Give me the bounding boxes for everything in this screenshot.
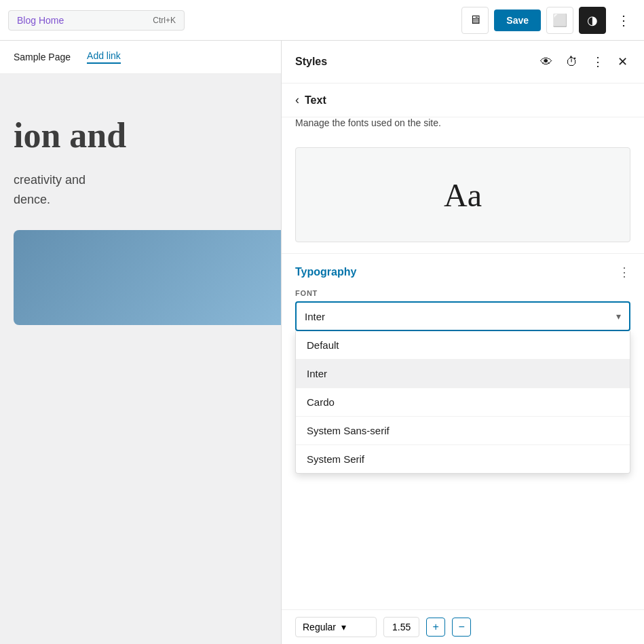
- theme-toggle-button[interactable]: ◑: [579, 7, 606, 34]
- selected-font-label: Inter: [305, 311, 325, 322]
- toolbar-right: 🖥 Save ⬜ ◑ ⋮: [461, 7, 636, 34]
- font-preview-area: Aa: [295, 147, 630, 242]
- canvas-content: ion and creativity and dence.: [0, 74, 281, 339]
- weight-chevron-icon: ▾: [341, 622, 346, 632]
- split-icon: ⬜: [552, 13, 567, 28]
- search-bar[interactable]: Blog Home Ctrl+K: [8, 10, 185, 31]
- theme-icon: ◑: [587, 13, 598, 28]
- section-header: Typography ⋮: [295, 265, 630, 280]
- typography-section: Typography ⋮ FONT Inter ▾ Default Inter …: [282, 253, 644, 331]
- eye-icon: 👁: [540, 55, 552, 69]
- sidebar-title: Styles: [295, 56, 327, 68]
- toolbar-left: Blog Home Ctrl+K: [8, 10, 185, 31]
- canvas-heading: ion and: [14, 115, 267, 157]
- history-button[interactable]: ⏱: [563, 52, 581, 72]
- close-icon: ✕: [618, 55, 628, 69]
- typography-more-button[interactable]: ⋮: [618, 265, 630, 280]
- sidebar-header: Styles 👁 ⏱ ⋮ ✕: [282, 41, 644, 83]
- font-weight-select[interactable]: Regular ▾: [295, 617, 377, 637]
- sidebar-more-icon: ⋮: [592, 55, 604, 69]
- font-option-system-sans[interactable]: System Sans-serif: [296, 417, 630, 445]
- manage-fonts-text: Manage the fonts used on the site.: [282, 117, 644, 136]
- nav-add-link[interactable]: Add link: [87, 50, 121, 64]
- more-icon: ⋮: [617, 13, 630, 28]
- font-option-system-serif[interactable]: System Serif: [296, 445, 630, 473]
- nav-sample-page[interactable]: Sample Page: [14, 52, 71, 62]
- chevron-down-icon: ▾: [616, 311, 621, 322]
- canvas-nav: Sample Page Add link: [0, 41, 281, 74]
- canvas-area: Sample Page Add link ion and creativity …: [0, 41, 281, 644]
- more-options-button[interactable]: ⋮: [611, 10, 636, 31]
- font-option-inter[interactable]: Inter: [296, 360, 630, 388]
- style-controls-bar: Regular ▾ 1.55 + −: [282, 609, 644, 644]
- search-shortcut: Ctrl+K: [153, 16, 176, 25]
- monitor-icon: 🖥: [469, 13, 481, 27]
- plus-icon: +: [433, 621, 439, 633]
- size-increase-button[interactable]: +: [426, 618, 445, 637]
- font-size-control: 1.55: [383, 617, 419, 637]
- typography-more-icon: ⋮: [618, 265, 630, 279]
- font-select-display[interactable]: Inter ▾: [295, 301, 630, 331]
- font-option-default[interactable]: Default: [296, 331, 630, 360]
- font-weight-label: Regular: [303, 622, 336, 632]
- minus-icon: −: [459, 621, 465, 633]
- font-select-wrapper: Inter ▾ Default Inter Cardo System Sans-…: [295, 301, 630, 331]
- monitor-button[interactable]: 🖥: [461, 7, 489, 34]
- font-option-cardo[interactable]: Cardo: [296, 388, 630, 417]
- breadcrumb-title: Text: [305, 94, 326, 107]
- sidebar-close-button[interactable]: ✕: [615, 52, 630, 72]
- breadcrumb: ‹ Text: [282, 83, 644, 117]
- search-bar-text: Blog Home: [17, 15, 64, 26]
- sidebar-more-button[interactable]: ⋮: [589, 52, 607, 72]
- canvas-blue-block: [14, 230, 281, 325]
- save-button[interactable]: Save: [494, 10, 541, 31]
- font-dropdown: Default Inter Cardo System Sans-serif Sy…: [295, 331, 630, 474]
- history-icon: ⏱: [566, 55, 578, 69]
- font-label: FONT: [295, 289, 630, 297]
- sidebar-header-icons: 👁 ⏱ ⋮ ✕: [537, 52, 630, 72]
- eye-button[interactable]: 👁: [537, 52, 555, 72]
- sidebar-panel: Styles 👁 ⏱ ⋮ ✕ ‹ Text Manage the fonts u…: [281, 41, 644, 644]
- size-decrease-button[interactable]: −: [452, 618, 471, 637]
- font-size-value: 1.55: [384, 618, 419, 637]
- font-preview-text: Aa: [444, 176, 482, 214]
- split-view-button[interactable]: ⬜: [546, 7, 573, 34]
- back-button[interactable]: ‹: [295, 93, 299, 107]
- canvas-subtext: creativity and dence.: [14, 170, 267, 210]
- typography-title: Typography: [295, 266, 356, 278]
- top-toolbar: Blog Home Ctrl+K 🖥 Save ⬜ ◑ ⋮: [0, 0, 644, 41]
